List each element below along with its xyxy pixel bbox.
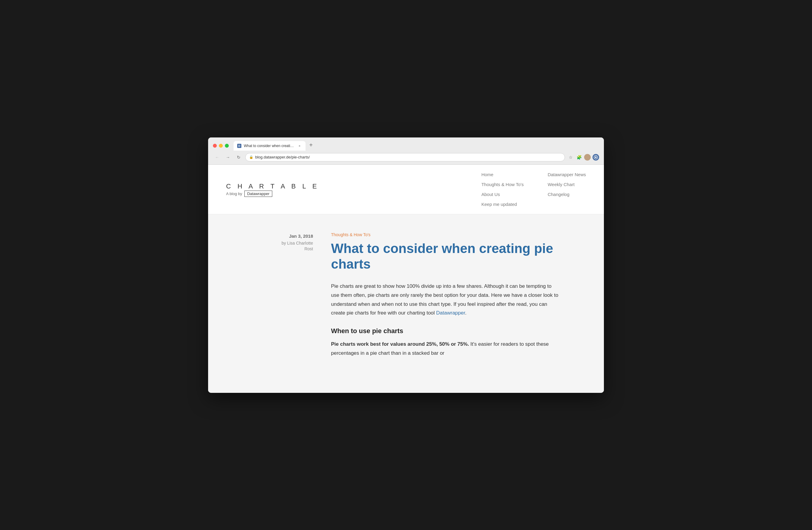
lock-icon: 🔒 [249,155,253,159]
tab-bar: D What to consider when creatin... × + [234,141,599,151]
svg-point-1 [595,156,597,158]
titlebar: D What to consider when creatin... × + [208,138,604,151]
back-button[interactable]: ← [213,153,221,162]
browser-chrome: D What to consider when creatin... × + ←… [208,138,604,165]
post-date: Jan 3, 2018 [253,234,313,239]
active-tab[interactable]: D What to consider when creatin... × [234,141,306,151]
nav-changelog[interactable]: Changelog [548,192,586,197]
nav-subscribe[interactable]: Keep me updated [481,202,524,207]
brand-name: C H A R T A B L E [226,182,319,190]
browser-toolbar: ← → ↻ 🔒 blog.datawrapper.de/pie-charts/ … [208,151,604,165]
close-button[interactable] [213,144,217,148]
nav-about[interactable]: About Us [481,192,524,197]
brand-prefix: A blog by [226,192,242,196]
post-intro: Pie charts are great to show how 100% di… [331,282,559,318]
datawrapper-label: Datawrapper [244,191,272,197]
window-controls [213,144,229,148]
address-bar[interactable]: 🔒 blog.datawrapper.de/pie-charts/ [245,153,565,162]
brand-section: C H A R T A B L E A blog by Datawrapper [226,182,319,196]
section1-bold: Pie charts work best for values around 2… [331,341,469,347]
main-content: Jan 3, 2018 by Lisa Charlotte Rost Thoug… [241,214,571,376]
post-body: Thoughts & How To's What to consider whe… [331,232,559,358]
nav-columns: Home Thoughts & How To's About Us Keep m… [481,172,586,207]
author-suffix: Rost [304,247,313,251]
bookmark-icon[interactable]: ☆ [567,154,574,161]
intro-period: . [465,310,467,316]
site-header: C H A R T A B L E A blog by Datawrapper … [208,165,604,214]
brand-tagline: A blog by Datawrapper [226,192,319,196]
nav-col-2: Datawrapper News Weekly Chart Changelog [548,172,586,207]
nav-news[interactable]: Datawrapper News [548,172,586,177]
nav-thoughts[interactable]: Thoughts & How To's [481,182,524,187]
forward-button[interactable]: → [224,153,232,162]
datawrapper-link[interactable]: Datawrapper [436,310,465,316]
maximize-button[interactable] [225,144,229,148]
minimize-button[interactable] [219,144,223,148]
browser-window: D What to consider when creatin... × + ←… [208,138,604,393]
post-title: What to consider when creating pie chart… [331,241,559,273]
url-text: blog.datawrapper.de/pie-charts/ [255,155,561,159]
tab-title: What to consider when creatin... [244,144,295,148]
new-tab-button[interactable]: + [307,141,315,150]
post-meta: Jan 3, 2018 by Lisa Charlotte Rost [253,232,313,358]
author-prefix: by Lisa Charlotte [281,241,313,246]
profile-avatar[interactable] [584,154,591,161]
chrome-icon[interactable] [593,154,599,161]
tab-favicon: D [237,144,241,148]
toolbar-actions: ☆ 🧩 [567,154,599,161]
post-category: Thoughts & How To's [331,232,559,237]
nav-col-1: Home Thoughts & How To's About Us Keep m… [481,172,524,207]
nav-weekly-chart[interactable]: Weekly Chart [548,182,586,187]
extensions-icon[interactable]: 🧩 [576,154,582,161]
section1-heading: When to use pie charts [331,327,559,335]
nav-home[interactable]: Home [481,172,524,177]
page-content: C H A R T A B L E A blog by Datawrapper … [208,165,604,393]
post-author: by Lisa Charlotte Rost [253,240,313,252]
section1-paragraph: Pie charts work best for values around 2… [331,340,559,358]
reload-button[interactable]: ↻ [234,153,243,162]
tab-close-button[interactable]: × [297,143,302,148]
